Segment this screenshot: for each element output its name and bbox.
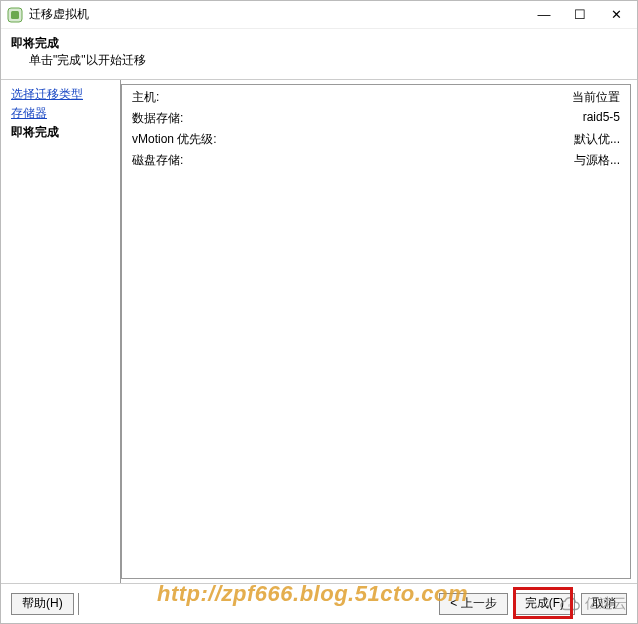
summary-row-disk-storage: 磁盘存储: 与源格... (132, 152, 620, 169)
header-title: 即将完成 (11, 35, 627, 52)
vsphere-icon (7, 7, 23, 23)
step-select-migration-type[interactable]: 选择迁移类型 (11, 86, 116, 103)
window-title: 迁移虚拟机 (29, 6, 535, 23)
summary-row-vmotion-priority: vMotion 优先级: 默认优... (132, 131, 620, 148)
minimize-button[interactable]: — (535, 6, 553, 24)
wizard-footer: 帮助(H) < 上一步 完成(F) 取消 (1, 583, 637, 623)
maximize-button[interactable]: ☐ (571, 6, 589, 24)
summary-value: 与源格... (574, 152, 620, 169)
summary-row-host: 主机: 当前位置 (132, 89, 620, 106)
window-controls: — ☐ ✕ (535, 6, 631, 24)
summary-row-datastore: 数据存储: raid5-5 (132, 110, 620, 127)
step-storage[interactable]: 存储器 (11, 105, 116, 122)
step-ready-to-complete[interactable]: 即将完成 (11, 124, 116, 141)
wizard-body: 选择迁移类型 存储器 即将完成 主机: 当前位置 数据存储: raid5-5 v… (1, 80, 637, 583)
migrate-vm-window: 迁移虚拟机 — ☐ ✕ 即将完成 单击"完成"以开始迁移 选择迁移类型 存储器 … (0, 0, 638, 624)
summary-label: 主机: (132, 89, 159, 106)
summary-panel: 主机: 当前位置 数据存储: raid5-5 vMotion 优先级: 默认优.… (121, 84, 631, 579)
titlebar: 迁移虚拟机 — ☐ ✕ (1, 1, 637, 29)
summary-value: 默认优... (574, 131, 620, 148)
summary-value: raid5-5 (583, 110, 620, 127)
summary-label: vMotion 优先级: (132, 131, 217, 148)
summary-label: 磁盘存储: (132, 152, 183, 169)
svg-rect-1 (11, 11, 19, 19)
finish-button[interactable]: 完成(F) (514, 593, 575, 615)
close-button[interactable]: ✕ (607, 6, 625, 24)
back-button[interactable]: < 上一步 (439, 593, 507, 615)
summary-label: 数据存储: (132, 110, 183, 127)
separator (78, 593, 79, 615)
wizard-steps-sidebar: 选择迁移类型 存储器 即将完成 (1, 80, 121, 583)
header-subtitle: 单击"完成"以开始迁移 (29, 52, 627, 69)
wizard-header: 即将完成 单击"完成"以开始迁移 (1, 29, 637, 80)
help-button[interactable]: 帮助(H) (11, 593, 74, 615)
summary-value: 当前位置 (572, 89, 620, 106)
cancel-button[interactable]: 取消 (581, 593, 627, 615)
